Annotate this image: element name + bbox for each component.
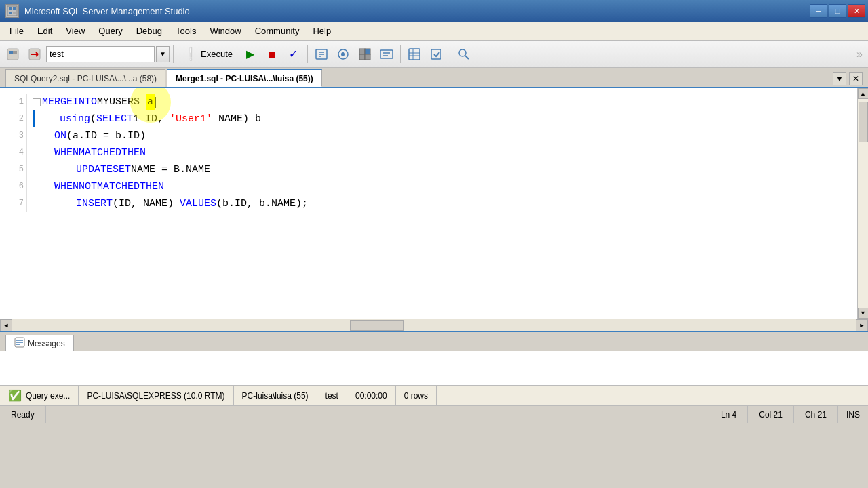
stop-button[interactable]: ◼ [262,44,282,64]
minimize-button[interactable]: ─ [810,4,827,18]
menu-item-help[interactable]: Help [306,23,338,39]
line-num-4: 4 [3,144,24,161]
menu-item-edit[interactable]: Edit [31,23,59,39]
cursor-highlight: a [146,94,155,110]
toolbar-btn-7[interactable] [404,44,425,64]
h-scroll-thumb[interactable] [350,320,404,331]
line-num-6: 6 [3,178,24,195]
app-icon [5,4,19,18]
code-line-5[interactable]: UPDATE SET NAME = B.NAME [33,161,852,178]
tab-close-button[interactable]: ✕ [849,72,863,85]
toolbar-icon-1[interactable] [3,44,23,64]
tab-merge1-label: Merge1.sql - PC-LUISA\...\luisa (55)) [176,74,313,83]
ready-text: Ready [11,410,35,420]
scroll-left-arrow[interactable]: ◄ [0,319,12,331]
toolbar-separator-2 [307,45,308,63]
mode-text: INS [846,410,860,420]
menu-item-debug[interactable]: Debug [130,23,169,39]
editor-wrapper: 1234567 −MERGE INTO MYUSERS ausing (SELE… [0,88,868,331]
toolbar-btn-4[interactable] [333,44,353,64]
code-line-1[interactable]: −MERGE INTO MYUSERS a [33,94,852,110]
line-num-1: 1 [3,94,24,110]
menu-item-query[interactable]: Query [92,23,129,39]
code-line-4[interactable]: WHEN MATCHED THEN [33,144,852,161]
maximize-button[interactable]: □ [829,4,846,18]
menu-item-tools[interactable]: Tools [169,23,203,39]
scroll-thumb[interactable] [859,102,868,142]
toolbar-icon-2[interactable] [24,44,45,64]
svg-rect-22 [380,50,393,58]
code-line-2[interactable]: using (SELECT 1 ID, 'User1' NAME) b [33,110,852,127]
line-num-2: 2 [3,110,24,127]
rows-text: 0 rows [404,391,428,401]
code-container: 1234567 −MERGE INTO MYUSERS ausing (SELE… [0,88,857,218]
server-status-section: PC-LUISA\SQLEXPRESS (10.0 RTM) [79,386,233,405]
window-controls: ─ □ ✕ [810,4,865,18]
database-dropdown-arrow[interactable]: ▼ [156,46,170,62]
messages-tab-bar: Messages [0,332,868,351]
svg-rect-3 [9,12,12,14]
menu-item-view[interactable]: View [59,23,92,39]
line-num-3: 3 [3,127,24,144]
code-line-7[interactable]: INSERT (ID, NAME) VALUES (b.ID, b.NAME); [33,195,852,212]
mode-section: INS [838,410,868,420]
menu-item-community[interactable]: Community [248,23,307,39]
query-status-text: Query exe... [26,391,70,401]
svg-rect-25 [409,49,420,60]
scroll-down-arrow[interactable]: ▼ [858,308,869,319]
editor-area[interactable]: 1234567 −MERGE INTO MYUSERS ausing (SELE… [0,88,857,319]
execute-exclamation-icon: ❕ [183,47,198,62]
tab-controls: ▼ ✕ [833,72,863,87]
cursor-caret [155,97,156,108]
svg-rect-18 [359,49,365,54]
toolbar-btn-6[interactable] [376,44,397,64]
bottom-bar: Ready Ln 4 Col 21 Ch 21 INS [0,405,868,423]
check-button[interactable]: ✓ [283,44,304,64]
menu-item-window[interactable]: Window [203,23,248,39]
rows-status-section: 0 rows [396,386,437,405]
editor-and-scrollbar: 1234567 −MERGE INTO MYUSERS ausing (SELE… [0,88,868,319]
tab-sqlquery2-label: SQLQuery2.sql - PC-LUISA\...\...a (58)) [14,74,157,83]
toolbar-btn-5[interactable] [355,44,375,64]
close-button[interactable]: ✕ [848,4,865,18]
database-dropdown[interactable]: test [46,46,155,62]
collapse-btn[interactable]: − [33,98,41,106]
scroll-up-arrow[interactable]: ▲ [858,88,869,99]
user-text: PC-luisa\luisa (55) [242,391,309,401]
toolbar-btn-3[interactable] [311,44,332,64]
execute-label: Execute [201,49,233,59]
status-success-icon: ✅ [8,389,22,402]
toolbar-overflow[interactable]: » [856,48,865,60]
tab-merge1[interactable]: Merge1.sql - PC-LUISA\...\luisa (55)) [167,69,322,87]
svg-rect-1 [9,7,12,10]
svg-rect-2 [13,7,16,10]
tab-sqlquery2[interactable]: SQLQuery2.sql - PC-LUISA\...\...a (58)) [5,69,165,87]
ln-text: Ln 4 [721,410,736,420]
vertical-scrollbar[interactable]: ▲ ▼ [857,88,868,319]
ch-text: Ch 21 [805,410,827,420]
messages-tab[interactable]: Messages [5,335,74,351]
code-line-6[interactable]: WHEN NOT MATCHED THEN [33,178,852,195]
horizontal-scrollbar[interactable]: ◄ ► [0,319,868,331]
time-text: 00:00:00 [355,391,387,401]
svg-rect-7 [13,51,17,54]
code-lines[interactable]: −MERGE INTO MYUSERS ausing (SELECT 1 ID,… [27,94,857,212]
line-numbers: 1234567 [0,94,27,212]
toolbar-btn-9[interactable] [454,44,474,64]
title-bar: Microsoft SQL Server Management Studio ─… [0,0,868,22]
svg-point-17 [341,52,345,56]
scroll-track[interactable] [12,319,856,331]
toolbar-btn-8[interactable] [426,44,446,64]
messages-tab-label: Messages [28,339,65,348]
ready-section: Ready [0,406,46,423]
menu-item-file[interactable]: File [3,23,31,39]
svg-rect-20 [359,54,365,60]
line-num-7: 7 [3,195,24,212]
code-line-3[interactable]: ON (a.ID = b.ID) [33,127,852,144]
debug-button[interactable]: ▶ [240,44,260,64]
status-bar: ✅ Query exe... PC-LUISA\SQLEXPRESS (10.0… [0,385,868,405]
tab-list-button[interactable]: ▼ [833,72,846,85]
scroll-right-arrow[interactable]: ► [856,319,868,331]
window-title: Microsoft SQL Server Management Studio [24,6,190,16]
execute-button[interactable]: ❕ Execute [177,44,239,64]
